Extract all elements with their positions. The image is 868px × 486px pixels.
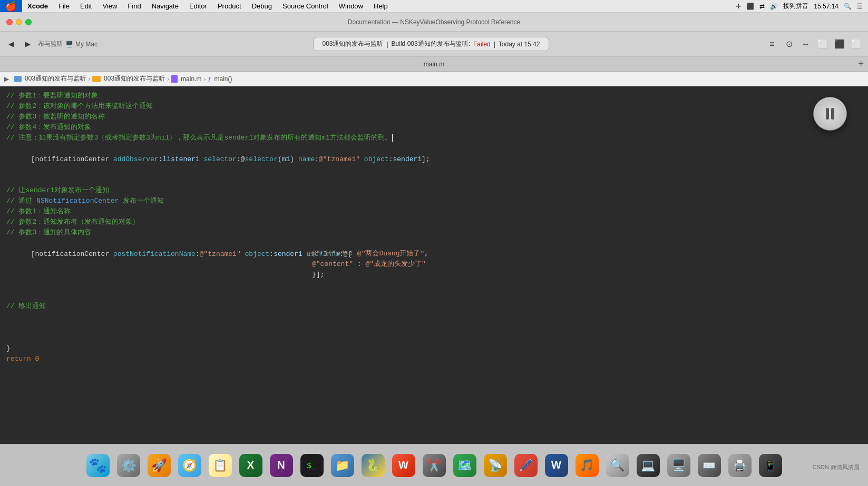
dock-item-word2[interactable]: W xyxy=(542,451,571,480)
back-button[interactable]: ◀ xyxy=(4,38,18,50)
breadcrumb-project-label: 003通知的发布与监听 xyxy=(25,74,86,83)
apple-menu[interactable]: 🍎 xyxy=(0,0,22,12)
dock-item-maps[interactable]: 🗺️ xyxy=(451,451,479,480)
menu-edit[interactable]: Edit xyxy=(75,0,97,12)
breadcrumb-item-function[interactable]: ƒ main() xyxy=(208,75,232,83)
menu-source-control[interactable]: Source Control xyxy=(277,0,334,12)
utilities-button[interactable]: ⬜ xyxy=(849,37,864,52)
breadcrumb-back-label: 布与监听 xyxy=(38,39,63,48)
code-line-15: [notificationCenter postNotificationName… xyxy=(6,238,862,249)
dock-item-draw[interactable]: 🖊️ xyxy=(512,451,540,480)
sidebar-toggle-icon[interactable]: ▶ xyxy=(4,75,9,83)
menu-editor[interactable]: Editor xyxy=(184,0,212,12)
breadcrumb: ▶ 003通知的发布与监听 › 003通知的发布与监听 › main.m › ƒ… xyxy=(0,72,868,86)
breadcrumb-function-label: main() xyxy=(214,75,232,83)
code-line-24 xyxy=(6,333,862,343)
breadcrumb-sep-1: › xyxy=(88,75,90,83)
dock-item-monitor[interactable]: 🖥️ xyxy=(665,451,693,480)
breadcrumb-item-file[interactable]: main.m xyxy=(171,75,201,83)
dock-item-onenote[interactable]: N xyxy=(267,451,296,480)
build-time-label: Today at 15:42 xyxy=(499,41,540,48)
display-icon: ⬛ xyxy=(746,3,754,10)
code-line-8 xyxy=(6,164,862,175)
menu-window[interactable]: Window xyxy=(334,0,368,12)
menu-xcode[interactable]: Xcode xyxy=(22,0,53,12)
code-line-18: }]; xyxy=(6,270,862,280)
code-line-26: return 0 xyxy=(6,354,862,364)
code-line-11: // 通过 NSNotificationCenter 发布一个通知 xyxy=(6,196,862,206)
traffic-lights xyxy=(6,19,32,25)
dock-item-phone[interactable]: 📱 xyxy=(756,451,785,480)
location-icon: 🖥️ xyxy=(65,41,73,48)
toolbar-status: 003通知的发布与监听 | Build 003通知的发布与监听: Failed … xyxy=(101,37,762,51)
dock-item-safari[interactable]: 🧭 xyxy=(175,451,204,480)
code-line-22 xyxy=(6,312,862,322)
forward-button[interactable]: ▶ xyxy=(21,38,35,50)
pipe-sep: | xyxy=(386,41,388,48)
breadcrumb-item-project[interactable]: 003通知的发布与监听 xyxy=(14,74,86,83)
dock-item-sysprefs[interactable]: ⚙️ xyxy=(114,451,143,480)
menu-find[interactable]: Find xyxy=(122,0,146,12)
breadcrumb-file-label: main.m xyxy=(181,75,201,83)
related-files-button[interactable]: ⊙ xyxy=(782,37,796,52)
code-line-2: // 参数2：该对象的哪个方法用来监听这个通知 xyxy=(6,101,862,112)
add-tab-button[interactable]: + xyxy=(858,58,864,70)
function-icon: ƒ xyxy=(208,76,211,82)
toolbar: ◀ ▶ 布与监听 🖥️ My Mac 003通知的发布与监听 | Build 0… xyxy=(0,32,868,57)
lines-view-button[interactable]: ≡ xyxy=(765,37,779,52)
pause-button[interactable] xyxy=(813,97,847,131)
code-line-1: // 参数1：要监听通知的对象 xyxy=(6,91,862,101)
code-line-6: [notificationCenter addObserver:listener… xyxy=(6,143,862,154)
breadcrumb-item-folder[interactable]: 003通知的发布与监听 xyxy=(92,74,165,83)
code-line-4: // 参数4：发布通知的对象 xyxy=(6,122,862,133)
menu-help[interactable]: Help xyxy=(368,0,393,12)
pause-bar-left xyxy=(826,108,829,120)
code-line-23 xyxy=(6,322,862,333)
dock-item-notes[interactable]: 📋 xyxy=(206,451,235,480)
tab-main-m[interactable]: main.m xyxy=(424,61,444,68)
menu-file[interactable]: File xyxy=(53,0,75,12)
dock-item-print[interactable]: 🖨️ xyxy=(726,451,754,480)
code-line-20 xyxy=(6,291,862,301)
menu-debug[interactable]: Debug xyxy=(247,0,277,12)
dock-item-python[interactable]: 🐍 xyxy=(359,451,387,480)
code-line-14: // 参数3：通知的具体内容 xyxy=(6,227,862,238)
dock-item-launchpad[interactable]: 🚀 xyxy=(145,451,173,480)
close-button[interactable] xyxy=(6,19,13,25)
share-icon: ⇄ xyxy=(759,3,765,10)
dock-item-magnifier[interactable]: 🔍 xyxy=(603,451,632,480)
menu-view[interactable]: View xyxy=(97,0,122,12)
location-label: My Mac xyxy=(75,41,97,48)
hamburger-icon[interactable]: ☰ xyxy=(857,3,863,10)
code-line-17: @"content" : @"成龙的头发少了" xyxy=(6,259,862,270)
build-label: Build 003通知的发布与监听: xyxy=(392,39,470,48)
toolbar-right-icons: ≡ ⊙ ↔ ⬜ ⬛ ⬜ xyxy=(765,37,864,52)
dock-item-files[interactable]: 📁 xyxy=(328,451,357,480)
breadcrumb-sep-3: › xyxy=(203,75,206,83)
assistant-button[interactable]: ↔ xyxy=(798,37,813,52)
code-line-19 xyxy=(6,280,862,291)
minimize-button[interactable] xyxy=(16,19,22,25)
dock-item-word[interactable]: W xyxy=(389,451,418,480)
dock-item-music[interactable]: 🎵 xyxy=(573,451,601,480)
dock-item-tool[interactable]: ✂️ xyxy=(420,451,448,480)
search-icon[interactable]: 🔍 xyxy=(844,3,852,10)
dock-item-dev[interactable]: 💻 xyxy=(634,451,662,480)
code-line-3: // 参数3：被监听的通知的名称 xyxy=(6,112,862,122)
menu-product[interactable]: Product xyxy=(212,0,247,12)
window-title: Documentation — NSKeyValueObserving Prot… xyxy=(348,18,520,26)
dock-item-excel[interactable]: X xyxy=(237,451,265,480)
code-line-25: } xyxy=(6,343,862,354)
debug-button[interactable]: ⬛ xyxy=(832,37,847,52)
dock-item-keyboard[interactable]: ⌨️ xyxy=(695,451,724,480)
build-status-pill[interactable]: 003通知的发布与监听 | Build 003通知的发布与监听: Failed … xyxy=(313,37,549,51)
csdn-label: CSDN @清风清晨 xyxy=(813,463,860,471)
dock-item-ftp[interactable]: 📡 xyxy=(481,451,510,480)
menu-navigate[interactable]: Navigate xyxy=(147,0,184,12)
code-editor[interactable]: // 参数1：要监听通知的对象 // 参数2：该对象的哪个方法用来监听这个通知 … xyxy=(0,86,868,444)
ime-label: 接狗拼音 xyxy=(783,2,808,11)
maximize-button[interactable] xyxy=(25,19,32,25)
dock-item-finder[interactable]: 🐾 xyxy=(84,451,112,480)
dock-item-terminal[interactable]: $_ xyxy=(298,451,326,480)
navigator-button[interactable]: ⬜ xyxy=(815,37,830,52)
